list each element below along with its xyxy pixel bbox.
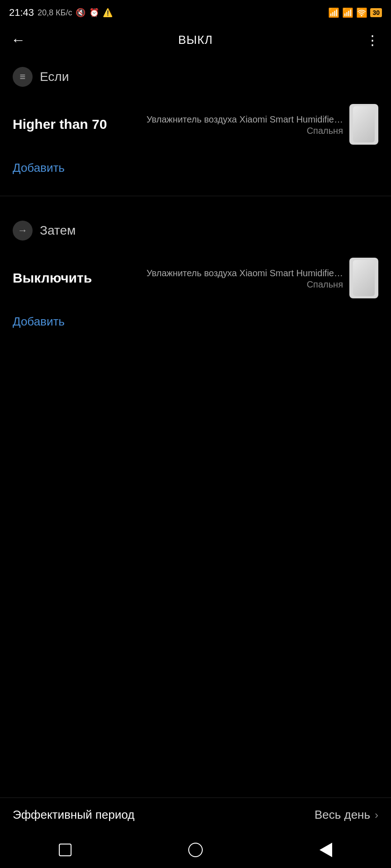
status-network: 20,8 КБ/с bbox=[38, 8, 72, 18]
if-condition-label: Higher than 70 bbox=[13, 117, 147, 132]
if-device-thumbnail bbox=[353, 106, 375, 142]
status-time: 21:43 bbox=[9, 7, 34, 19]
then-section-title: Затем bbox=[40, 223, 76, 238]
if-section-title: Если bbox=[40, 70, 69, 84]
top-nav-bar: ← ВЫКЛ ⋮ bbox=[0, 24, 391, 56]
if-device-image bbox=[349, 104, 378, 145]
if-section-header: ≡ Если bbox=[13, 67, 378, 87]
warning-icon: ⚠️ bbox=[103, 8, 113, 18]
if-device-block: Увлажнитель воздуха Xiaomi Smart Humidif… bbox=[147, 104, 378, 145]
section-divider bbox=[0, 196, 391, 196]
if-device-info: Увлажнитель воздуха Xiaomi Smart Humidif… bbox=[147, 113, 343, 136]
if-icon-symbol: ≡ bbox=[20, 71, 26, 83]
battery-indicator: 30 bbox=[370, 8, 382, 17]
then-device-thumbnail bbox=[353, 260, 375, 296]
alarm-icon: ⏰ bbox=[89, 8, 99, 18]
nav-home-icon bbox=[188, 843, 203, 857]
then-device-block: Увлажнитель воздуха Xiaomi Smart Humidif… bbox=[147, 258, 378, 298]
if-device-room: Спальня bbox=[147, 126, 343, 136]
then-condition-label: Выключить bbox=[13, 270, 147, 286]
nav-home-button[interactable] bbox=[184, 839, 207, 861]
mute-icon: 🔇 bbox=[76, 8, 86, 18]
status-bar: 21:43 20,8 КБ/с 🔇 ⏰ ⚠️ 📶 📶 🛜 30 bbox=[0, 0, 391, 24]
back-button[interactable]: ← bbox=[11, 32, 25, 48]
then-device-room: Спальня bbox=[147, 279, 343, 290]
then-add-button[interactable]: Добавить bbox=[13, 307, 65, 336]
bottom-period-bar[interactable]: Эффективный период Весь день › bbox=[0, 797, 391, 832]
system-nav-bar bbox=[0, 832, 391, 868]
period-label: Эффективный период bbox=[13, 808, 134, 822]
then-device-image bbox=[349, 258, 378, 298]
then-device-name: Увлажнитель воздуха Xiaomi Smart Humidif… bbox=[147, 267, 343, 279]
then-device-info: Увлажнитель воздуха Xiaomi Smart Humidif… bbox=[147, 267, 343, 290]
wifi-icon: 🛜 bbox=[356, 7, 367, 18]
nav-back-button[interactable] bbox=[315, 839, 337, 861]
nav-square-button[interactable] bbox=[54, 839, 76, 861]
nav-back-icon bbox=[319, 843, 332, 857]
then-icon: → bbox=[13, 221, 33, 241]
period-value-block: Весь день › bbox=[315, 808, 378, 822]
page-title: ВЫКЛ bbox=[178, 33, 213, 47]
then-section: → Затем Выключить Увлажнитель воздуха Xi… bbox=[0, 210, 391, 336]
signal-icon-2: 📶 bbox=[342, 7, 353, 18]
more-options-button[interactable]: ⋮ bbox=[366, 32, 380, 48]
if-icon: ≡ bbox=[13, 67, 33, 87]
nav-square-icon bbox=[59, 844, 72, 856]
status-time-network: 21:43 20,8 КБ/с 🔇 ⏰ ⚠️ bbox=[9, 7, 113, 19]
if-condition-row[interactable]: Higher than 70 Увлажнитель воздуха Xiaom… bbox=[13, 99, 378, 154]
if-section: ≡ Если Higher than 70 Увлажнитель воздух… bbox=[0, 56, 391, 182]
period-value: Весь день bbox=[315, 808, 370, 822]
status-right-icons: 📶 📶 🛜 30 bbox=[328, 7, 382, 18]
then-condition-row[interactable]: Выключить Увлажнитель воздуха Xiaomi Sma… bbox=[13, 253, 378, 307]
if-add-button[interactable]: Добавить bbox=[13, 154, 65, 182]
if-device-name: Увлажнитель воздуха Xiaomi Smart Humidif… bbox=[147, 113, 343, 126]
then-icon-symbol: → bbox=[18, 225, 28, 236]
period-chevron-icon: › bbox=[375, 809, 378, 821]
signal-icon-1: 📶 bbox=[328, 7, 339, 18]
then-section-header: → Затем bbox=[13, 221, 378, 241]
